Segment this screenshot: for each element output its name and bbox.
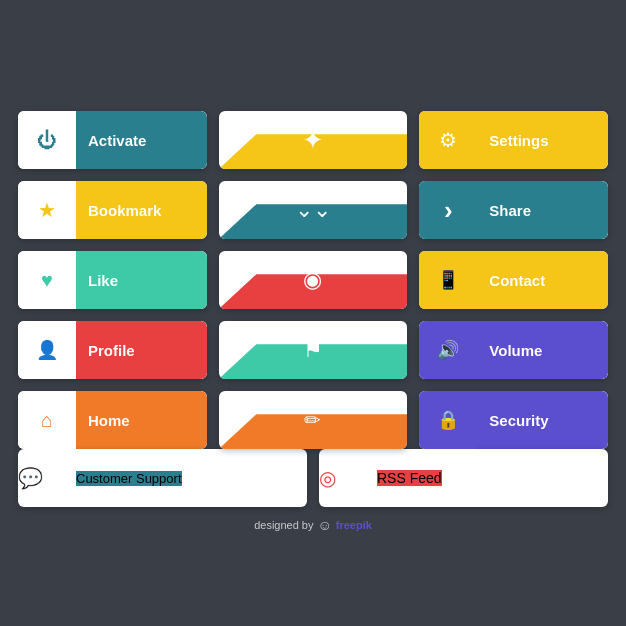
contact-button[interactable]: 📱 Contact: [419, 251, 608, 309]
home-button[interactable]: ⌂ Home: [18, 391, 207, 449]
rss-label: RSS Feed: [377, 470, 442, 486]
gear-icon: ⚙: [439, 128, 457, 152]
home-label: Home: [76, 391, 207, 449]
bookmark-icon-part: ★: [18, 181, 76, 239]
freepik-logo-icon: ☺: [317, 517, 331, 533]
mid-card-5-container: ✏: [219, 391, 408, 449]
bottom-row: 💬 Customer Support ◎ RSS Feed: [0, 449, 626, 507]
mid-card-4[interactable]: ⚑: [219, 321, 408, 379]
like-label: Like: [76, 251, 207, 309]
power-icon: ⏻: [37, 129, 57, 152]
support-label: Customer Support: [76, 471, 182, 486]
house-icon: ⌂: [41, 409, 53, 432]
rss-icon: ◎: [319, 467, 336, 489]
person-icon: 👤: [36, 339, 58, 361]
profile-icon-part: 👤: [18, 321, 76, 379]
share-button[interactable]: › Share: [419, 181, 608, 239]
mid-card-4-container: ⚑: [219, 321, 408, 379]
support-icon-part: 💬: [18, 466, 76, 490]
share-icon-part: ›: [419, 181, 477, 239]
like-button[interactable]: ♥ Like: [18, 251, 207, 309]
footer-text: designed by: [254, 519, 313, 531]
volume-button[interactable]: 🔊 Volume: [419, 321, 608, 379]
customer-support-button[interactable]: 💬 Customer Support: [18, 449, 307, 507]
mid-card-1[interactable]: ✦: [219, 111, 408, 169]
contact-label: Contact: [477, 251, 608, 309]
speaker-icon: 🔊: [437, 339, 459, 361]
heart-icon: ♥: [41, 269, 53, 292]
chevron-right-icon: ›: [444, 195, 453, 226]
eye-icon: ◉: [303, 267, 322, 293]
settings-button[interactable]: ⚙ Settings: [419, 111, 608, 169]
flag-icon: ⚑: [303, 337, 323, 363]
footer-brand: freepik: [336, 519, 372, 531]
activate-button[interactable]: ⏻ Activate: [18, 111, 207, 169]
rss-icon-part: ◎: [319, 466, 377, 490]
security-icon-part: 🔒: [419, 391, 477, 449]
contact-icon-part: 📱: [419, 251, 477, 309]
chevrons-icon: ⌄⌄: [295, 199, 331, 221]
mobile-icon: 📱: [437, 269, 459, 291]
starburst-icon: ✦: [302, 125, 324, 156]
bookmark-button[interactable]: ★ Bookmark: [18, 181, 207, 239]
profile-label: Profile: [76, 321, 207, 379]
mid-card-3[interactable]: ◉: [219, 251, 408, 309]
volume-icon-part: 🔊: [419, 321, 477, 379]
like-icon-part: ♥: [18, 251, 76, 309]
rss-feed-button[interactable]: ◎ RSS Feed: [319, 449, 608, 507]
profile-button[interactable]: 👤 Profile: [18, 321, 207, 379]
mid-card-2-container: ⌄⌄: [219, 181, 408, 239]
mid-card-1-container: ✦: [219, 111, 408, 169]
settings-label: Settings: [477, 111, 608, 169]
security-button[interactable]: 🔒 Security: [419, 391, 608, 449]
chat-icon: 💬: [18, 467, 43, 489]
mid-card-2[interactable]: ⌄⌄: [219, 181, 408, 239]
mid-card-5[interactable]: ✏: [219, 391, 408, 449]
star-icon: ★: [38, 198, 56, 222]
home-icon-part: ⌂: [18, 391, 76, 449]
security-label: Security: [477, 391, 608, 449]
activate-icon-part: ⏻: [18, 111, 76, 169]
share-label: Share: [477, 181, 608, 239]
footer: designed by ☺ freepik: [254, 517, 372, 533]
bookmark-label: Bookmark: [76, 181, 207, 239]
pencil-icon: ✏: [304, 408, 321, 432]
settings-icon-part: ⚙: [419, 111, 477, 169]
activate-label: Activate: [76, 111, 207, 169]
volume-label: Volume: [477, 321, 608, 379]
mid-card-3-container: ◉: [219, 251, 408, 309]
lock-icon: 🔒: [437, 409, 459, 431]
